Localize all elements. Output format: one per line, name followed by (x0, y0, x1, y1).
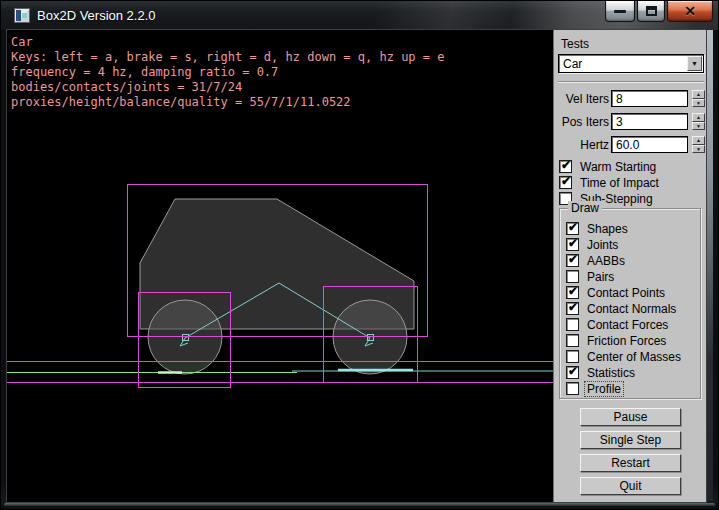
checkbox-box[interactable]: ✔ (566, 382, 579, 395)
check-icon: ✔ (568, 236, 578, 250)
draw-checkboxes: ✔ Shapes ✔ Joints ✔ AABBs ✔ Pairs ✔ Cont… (566, 221, 683, 397)
pos-iters-spinner: Pos Iters ▲ ▼ (554, 113, 707, 130)
warm-starting-checkbox[interactable]: ✔ Warm Starting (559, 159, 661, 174)
check-icon: ✔ (561, 174, 571, 188)
close-button[interactable]: ✕ (667, 1, 713, 22)
restart-button[interactable]: Restart (580, 454, 681, 472)
maximize-button[interactable] (637, 1, 665, 22)
spinner-down-icon[interactable]: ▼ (692, 122, 705, 131)
spinner-up-icon[interactable]: ▲ (692, 90, 705, 99)
tests-dropdown-value: Car (559, 57, 687, 71)
window-content: CarKeys: left = a, brake = s, right = d,… (7, 30, 706, 502)
app-icon (14, 8, 30, 23)
pause-button[interactable]: Pause (580, 408, 681, 426)
debug-text-line: Keys: left = a, brake = s, right = d, hz… (11, 50, 444, 65)
quit-button[interactable]: Quit (580, 477, 681, 495)
spinner-input[interactable] (611, 136, 688, 153)
checkbox-label: Pairs (585, 270, 616, 284)
checkbox-box[interactable]: ✔ (559, 176, 572, 189)
spinner-buttons: ▲ ▼ (692, 90, 705, 107)
spinner-rows: Vel Iters ▲ ▼ Pos Iters ▲ ▼ Hertz ▲ ▼ (554, 90, 707, 159)
close-icon: ✕ (684, 4, 696, 18)
draw-group-label: Draw (568, 201, 602, 215)
checkbox-label: Contact Normals (585, 302, 678, 316)
checkbox-label: Profile (585, 382, 623, 396)
profile-checkbox[interactable]: ✔ Profile (566, 381, 683, 396)
minimize-icon (614, 10, 626, 13)
app-window: Box2D Version 2.2.0 ✕ (0, 0, 719, 510)
check-icon: ✔ (561, 158, 571, 172)
checkbox-box[interactable]: ✔ (566, 302, 579, 315)
pairs-checkbox[interactable]: ✔ Pairs (566, 269, 683, 284)
draw-group: Draw ✔ Shapes ✔ Joints ✔ AABBs ✔ Pairs ✔… (559, 208, 701, 399)
separator (558, 81, 704, 83)
debug-text: CarKeys: left = a, brake = s, right = d,… (11, 35, 444, 110)
spinner-buttons: ▲ ▼ (692, 136, 705, 153)
tests-label: Tests (561, 37, 589, 51)
spinner-input[interactable] (611, 113, 688, 130)
spinner-label: Hertz (580, 138, 609, 152)
spinner-input[interactable] (611, 90, 688, 107)
spinner-buttons: ▲ ▼ (692, 113, 705, 130)
simulation-canvas[interactable]: CarKeys: left = a, brake = s, right = d,… (7, 30, 553, 502)
titlebar[interactable]: Box2D Version 2.2.0 ✕ (1, 1, 718, 30)
friction-forces-checkbox[interactable]: ✔ Friction Forces (566, 333, 683, 348)
tests-dropdown[interactable]: Car ▼ (558, 54, 704, 73)
control-panel: Tests Car ▼ Vel Iters ▲ ▼ Pos Iters ▲ ▼ … (553, 30, 706, 502)
spinner-down-icon[interactable]: ▼ (692, 145, 705, 154)
checkbox-box[interactable]: ✔ (566, 254, 579, 267)
chevron-down-icon: ▼ (691, 60, 698, 67)
checkbox-box[interactable]: ✔ (566, 334, 579, 347)
time-of-impact-checkbox[interactable]: ✔ Time of Impact (559, 175, 661, 190)
debug-text-line: Car (11, 35, 444, 50)
spinner-up-icon[interactable]: ▲ (692, 113, 705, 122)
checkbox-label: Time of Impact (578, 176, 661, 190)
joints-checkbox[interactable]: ✔ Joints (566, 237, 683, 252)
frame-bottom-edge (4, 503, 715, 506)
action-buttons: PauseSingle StepRestartQuit (580, 408, 681, 500)
checkbox-box[interactable]: ✔ (566, 350, 579, 363)
dropdown-button[interactable]: ▼ (687, 56, 702, 71)
window-title: Box2D Version 2.2.0 (37, 8, 156, 23)
checkbox-label: Contact Forces (585, 318, 670, 332)
shapes-checkbox[interactable]: ✔ Shapes (566, 221, 683, 236)
minimize-button[interactable] (605, 1, 635, 22)
checkbox-label: Warm Starting (578, 160, 658, 174)
checkbox-label: Center of Masses (585, 350, 683, 364)
vel-iters-spinner: Vel Iters ▲ ▼ (554, 90, 707, 107)
statistics-checkbox[interactable]: ✔ Statistics (566, 365, 683, 380)
checkbox-box[interactable]: ✔ (566, 366, 579, 379)
checkbox-label: Shapes (585, 222, 630, 236)
check-icon: ✔ (568, 364, 578, 378)
checkbox-box[interactable]: ✔ (566, 286, 579, 299)
checkbox-label: Joints (585, 238, 620, 252)
center-of-masses-checkbox[interactable]: ✔ Center of Masses (566, 349, 683, 364)
hertz-spinner: Hertz ▲ ▼ (554, 136, 707, 153)
debug-text-line: proxies/height/balance/quality = 55/7/1/… (11, 95, 444, 110)
check-icon: ✔ (568, 220, 578, 234)
check-icon: ✔ (568, 252, 578, 266)
check-icon: ✔ (568, 300, 578, 314)
checkbox-box[interactable]: ✔ (566, 238, 579, 251)
sim-checkboxes: ✔ Warm Starting ✔ Time of Impact ✔ Sub-S… (559, 159, 661, 207)
spinner-label: Vel Iters (566, 92, 609, 106)
spinner-down-icon[interactable]: ▼ (692, 99, 705, 108)
single-step-button[interactable]: Single Step (580, 431, 681, 449)
spinner-up-icon[interactable]: ▲ (692, 136, 705, 145)
checkbox-label: AABBs (585, 254, 627, 268)
aabbs-checkbox[interactable]: ✔ AABBs (566, 253, 683, 268)
frame-right-edge (707, 30, 713, 501)
checkbox-box[interactable]: ✔ (559, 160, 572, 173)
maximize-icon (646, 6, 657, 16)
contact-forces-checkbox[interactable]: ✔ Contact Forces (566, 317, 683, 332)
debug-text-line: bodies/contacts/joints = 31/7/24 (11, 80, 444, 95)
checkbox-label: Contact Points (585, 286, 667, 300)
check-icon: ✔ (568, 284, 578, 298)
contact-normals-checkbox[interactable]: ✔ Contact Normals (566, 301, 683, 316)
debug-text-line: frequency = 4 hz, damping ratio = 0.7 (11, 65, 444, 80)
checkbox-box[interactable]: ✔ (566, 318, 579, 331)
checkbox-box[interactable]: ✔ (566, 222, 579, 235)
contact-points-checkbox[interactable]: ✔ Contact Points (566, 285, 683, 300)
checkbox-label: Statistics (585, 366, 637, 380)
checkbox-box[interactable]: ✔ (566, 270, 579, 283)
